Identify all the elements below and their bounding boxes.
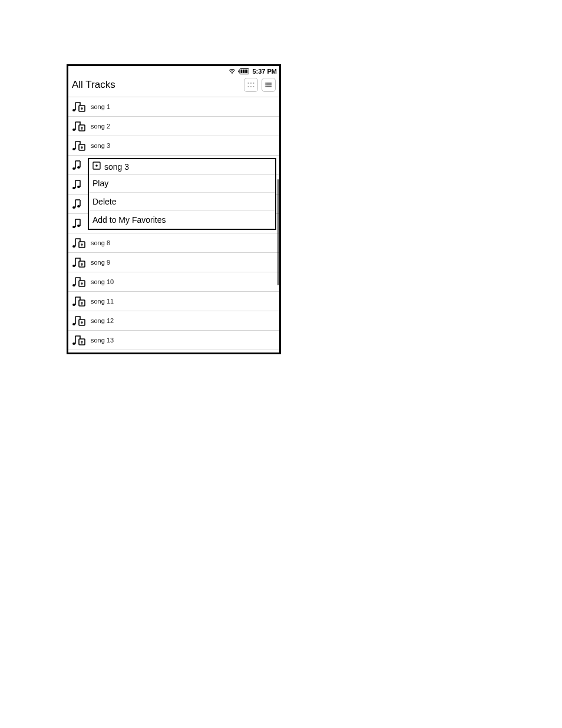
svg-point-39 — [72, 304, 75, 306]
status-time: 5:37 PM — [252, 68, 277, 75]
scrollbar[interactable] — [277, 179, 279, 285]
status-bar: 5:37 PM — [68, 66, 279, 77]
context-menu-header: song 3 — [89, 159, 275, 174]
menu-item-add-favorites[interactable]: Add to My Favorites — [89, 211, 275, 229]
svg-point-11 — [250, 86, 252, 87]
context-menu: song 3 Play Delete Add to My Favorites — [88, 158, 276, 230]
svg-point-16 — [265, 83, 266, 84]
track-label: song 8 — [91, 239, 110, 246]
track-label: song 2 — [91, 123, 110, 130]
track-label: song 9 — [91, 259, 110, 266]
svg-point-41 — [72, 323, 75, 325]
music-note-icon — [71, 139, 87, 152]
svg-point-18 — [265, 86, 266, 87]
music-note-icon — [71, 159, 87, 172]
svg-rect-3 — [241, 70, 242, 73]
track-row[interactable]: song 11 — [68, 292, 279, 311]
track-row[interactable]: song 13 — [68, 331, 279, 350]
track-label: song 12 — [91, 317, 114, 324]
svg-point-7 — [248, 83, 249, 84]
svg-rect-6 — [246, 70, 247, 73]
wifi-icon — [229, 68, 236, 75]
svg-point-10 — [248, 86, 249, 87]
track-row[interactable]: song 3 — [68, 136, 279, 156]
track-row[interactable]: song 9 — [68, 253, 279, 272]
track-row[interactable]: song 8 — [68, 233, 279, 253]
svg-point-25 — [72, 167, 75, 170]
svg-point-29 — [72, 206, 75, 209]
music-note-icon — [71, 120, 87, 133]
music-note-icon — [71, 256, 87, 269]
album-icon — [92, 162, 101, 172]
list-view-button[interactable] — [262, 78, 276, 92]
track-label: song 10 — [91, 278, 114, 285]
svg-rect-5 — [244, 70, 246, 73]
svg-point-31 — [72, 226, 75, 228]
context-menu-title: song 3 — [104, 162, 129, 172]
device-frame: 5:37 PM All Tracks — [67, 64, 281, 354]
page-title: All Tracks — [72, 79, 115, 91]
svg-point-35 — [72, 265, 75, 267]
svg-point-46 — [95, 164, 98, 167]
music-note-icon — [71, 295, 87, 308]
menu-item-delete[interactable]: Delete — [89, 193, 275, 211]
svg-point-8 — [250, 83, 252, 84]
svg-point-23 — [72, 148, 75, 150]
screen-header: All Tracks — [68, 77, 279, 97]
music-note-icon — [71, 275, 87, 288]
music-note-icon — [71, 236, 87, 249]
svg-point-0 — [232, 73, 233, 74]
svg-point-19 — [72, 109, 75, 111]
svg-rect-4 — [243, 70, 244, 73]
track-label: song 11 — [91, 298, 114, 305]
svg-point-37 — [72, 284, 75, 286]
svg-point-21 — [72, 129, 75, 131]
track-label: song 13 — [91, 337, 114, 344]
music-note-icon — [71, 100, 87, 113]
music-note-icon — [71, 197, 87, 210]
track-row[interactable]: song 2 — [68, 117, 279, 136]
svg-point-9 — [253, 83, 254, 84]
music-note-icon — [71, 178, 87, 191]
grid-view-button[interactable] — [244, 78, 258, 92]
battery-icon — [238, 68, 250, 75]
svg-point-27 — [72, 187, 75, 189]
music-note-icon — [71, 334, 87, 347]
header-actions — [244, 78, 276, 92]
music-note-icon — [71, 314, 87, 327]
track-row[interactable]: song 12 — [68, 311, 279, 331]
track-row[interactable]: song 1 — [68, 97, 279, 117]
menu-item-play[interactable]: Play — [89, 174, 275, 193]
track-label: song 3 — [91, 142, 110, 149]
svg-point-17 — [265, 84, 266, 85]
svg-marker-1 — [238, 70, 239, 73]
svg-point-12 — [253, 86, 254, 87]
music-note-icon — [71, 217, 87, 230]
track-row[interactable]: song 10 — [68, 272, 279, 292]
track-label: song 1 — [91, 103, 110, 110]
svg-point-33 — [72, 245, 75, 248]
svg-point-43 — [72, 342, 75, 345]
